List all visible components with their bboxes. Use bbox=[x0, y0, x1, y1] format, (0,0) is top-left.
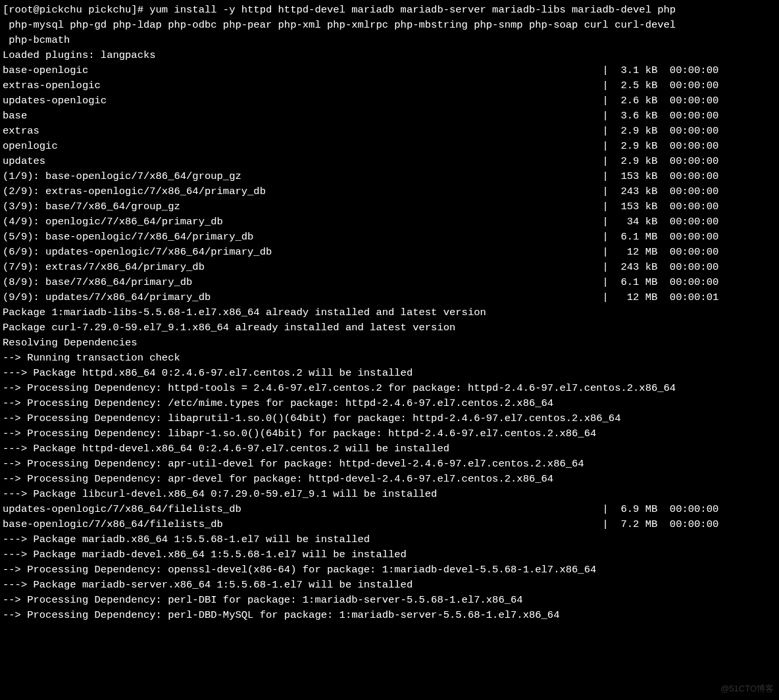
dependency-line: --> Processing Dependency: apr-util-deve… bbox=[3, 457, 776, 472]
resolving-deps: Resolving Dependencies bbox=[3, 336, 776, 351]
dependency-line: --> Processing Dependency: apr-devel for… bbox=[3, 472, 776, 487]
repo-line: openlogic | 2.9 kB 00:00:00 bbox=[3, 139, 776, 154]
dependency-line: ---> Package mariadb-devel.x86_64 1:5.5.… bbox=[3, 547, 776, 562]
dependency-line: --> Processing Dependency: libaprutil-1.… bbox=[3, 411, 776, 426]
dependency-line: ---> Package httpd.x86_64 0:2.4.6-97.el7… bbox=[3, 366, 776, 381]
dependency-line: --> Processing Dependency: openssl-devel… bbox=[3, 562, 776, 578]
download-line: (4/9): openlogic/7/x86_64/primary_db | 3… bbox=[3, 214, 776, 230]
filelists-line: base-openlogic/7/x86_64/filelists_db | 7… bbox=[3, 517, 776, 532]
dependency-line: --> Processing Dependency: perl-DBI for … bbox=[3, 593, 776, 608]
watermark: @51CTO博客 bbox=[720, 681, 774, 696]
command-continuation: php-bcmath bbox=[3, 33, 776, 48]
download-line: (7/9): extras/7/x86_64/primary_db | 243 … bbox=[3, 260, 776, 275]
dependency-line: ---> Package mariadb.x86_64 1:5.5.68-1.e… bbox=[3, 532, 776, 547]
repo-line: base | 3.6 kB 00:00:00 bbox=[3, 109, 776, 124]
download-line: (8/9): base/7/x86_64/primary_db | 6.1 MB… bbox=[3, 275, 776, 290]
dependency-line: ---> Package httpd-devel.x86_64 0:2.4.6-… bbox=[3, 441, 776, 457]
dependency-line: --> Processing Dependency: /etc/mime.typ… bbox=[3, 396, 776, 411]
repo-line: updates | 2.9 kB 00:00:00 bbox=[3, 154, 776, 169]
download-line: (1/9): base-openlogic/7/x86_64/group_gz … bbox=[3, 169, 776, 184]
already-installed: Package curl-7.29.0-59.el7_9.1.x86_64 al… bbox=[3, 320, 776, 336]
repo-line: base-openlogic | 3.1 kB 00:00:00 bbox=[3, 63, 776, 78]
download-line: (9/9): updates/7/x86_64/primary_db | 12 … bbox=[3, 290, 776, 305]
repo-line: extras | 2.9 kB 00:00:00 bbox=[3, 124, 776, 139]
command-continuation: php-mysql php-gd php-ldap php-odbc php-p… bbox=[3, 18, 776, 33]
repo-line: updates-openlogic | 2.6 kB 00:00:00 bbox=[3, 93, 776, 109]
terminal-output[interactable]: [root@pickchu pickchu]# yum install -y h… bbox=[0, 0, 779, 626]
dependency-line: --> Processing Dependency: perl-DBD-MySQ… bbox=[3, 608, 776, 623]
repo-line: extras-openlogic | 2.5 kB 00:00:00 bbox=[3, 78, 776, 93]
download-line: (2/9): extras-openlogic/7/x86_64/primary… bbox=[3, 184, 776, 199]
dependency-line: --> Processing Dependency: libapr-1.so.0… bbox=[3, 426, 776, 441]
loaded-plugins: Loaded plugins: langpacks bbox=[3, 48, 776, 63]
filelists-line: updates-openlogic/7/x86_64/filelists_db … bbox=[3, 502, 776, 517]
dependency-line: ---> Package mariadb-server.x86_64 1:5.5… bbox=[3, 578, 776, 593]
already-installed: Package 1:mariadb-libs-5.5.68-1.el7.x86_… bbox=[3, 305, 776, 320]
dependency-line: --> Running transaction check bbox=[3, 351, 776, 366]
download-line: (3/9): base/7/x86_64/group_gz | 153 kB 0… bbox=[3, 199, 776, 214]
prompt-line: [root@pickchu pickchu]# yum install -y h… bbox=[3, 3, 776, 18]
download-line: (5/9): base-openlogic/7/x86_64/primary_d… bbox=[3, 230, 776, 245]
download-line: (6/9): updates-openlogic/7/x86_64/primar… bbox=[3, 245, 776, 260]
dependency-line: --> Processing Dependency: httpd-tools =… bbox=[3, 381, 776, 396]
dependency-line: ---> Package libcurl-devel.x86_64 0:7.29… bbox=[3, 487, 776, 502]
